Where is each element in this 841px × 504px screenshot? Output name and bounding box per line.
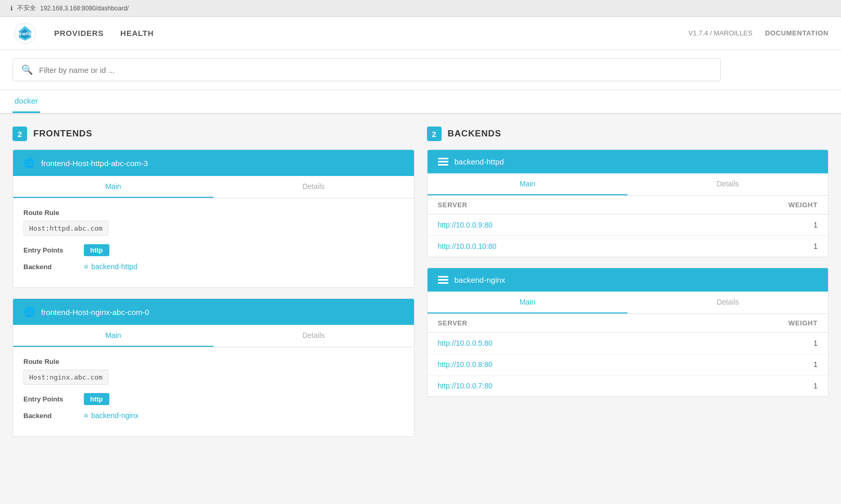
- frontend-card-0-tab-main[interactable]: Main: [13, 176, 214, 198]
- server-icon-0: [438, 158, 448, 166]
- search-icon: 🔍: [21, 64, 33, 75]
- backend-card-1-header: backend-nginx: [428, 268, 829, 292]
- route-rule-label-1: Route Rule: [23, 358, 404, 366]
- server-link-1-0[interactable]: http://10.0.0.5:80: [438, 339, 493, 347]
- frontend-card-1-tab-main[interactable]: Main: [13, 325, 214, 347]
- backend-link-1[interactable]: ≡ backend-nginx: [84, 411, 139, 420]
- search-box: 🔍: [12, 58, 721, 81]
- server-link-0-1[interactable]: http://10.0.0.10:80: [438, 242, 497, 250]
- version-label: V1.7.4 / MAROILLES: [688, 29, 752, 37]
- backends-count-badge: 2: [427, 127, 442, 141]
- search-container: 🔍: [0, 50, 841, 90]
- table-row: http://10.0.0.8:80 1: [428, 354, 829, 375]
- navbar-right: V1.7.4 / MAROILLES DOCUMENTATION: [688, 29, 829, 37]
- backend-card-0-table-header: Server Weight: [428, 196, 829, 215]
- backend-link-text-1: backend-nginx: [91, 411, 139, 420]
- backend-card-0-title: backend-httpd: [455, 157, 504, 166]
- weight-col-label-0: Weight: [788, 201, 818, 209]
- search-input[interactable]: [39, 66, 712, 74]
- frontend-card-0-title: frontend-Host-httpd-abc-com-3: [41, 159, 148, 168]
- backend-link-icon-0: ≡: [84, 262, 88, 271]
- backends-section-header: 2 BACKENDS: [427, 127, 829, 141]
- weight-col-label-1: Weight: [788, 319, 818, 327]
- backend-card-1-table-header: Server Weight: [428, 314, 829, 333]
- navbar-links: PROVIDERS HEALTH: [54, 29, 154, 37]
- traefik-logo-svg: træfik: [14, 22, 36, 45]
- globe-icon-0: 🌐: [23, 157, 35, 169]
- tab-docker[interactable]: docker: [12, 90, 40, 113]
- weight-val-1-2: 1: [813, 382, 818, 390]
- backend-card-0: backend-httpd Main Details Server Weight…: [427, 149, 829, 257]
- entry-points-row-1: Entry Points http: [23, 393, 404, 405]
- security-icon: ℹ: [10, 5, 13, 12]
- frontend-card-0-tab-details[interactable]: Details: [214, 176, 414, 198]
- documentation-link[interactable]: DOCUMENTATION: [765, 29, 829, 37]
- server-icon-1: [438, 276, 448, 284]
- backend-card-0-header: backend-httpd: [428, 150, 829, 173]
- backend-card-1-title: backend-nginx: [455, 275, 506, 284]
- frontend-card-1-header: 🌐 frontend-Host-nginx-abc-com-0: [13, 299, 414, 325]
- table-row: http://10.0.0.7:80 1: [428, 375, 829, 396]
- frontend-card-0-tabs: Main Details: [13, 176, 414, 198]
- main-content: 2 FRONTENDS 🌐 frontend-Host-httpd-abc-co…: [0, 114, 841, 460]
- frontend-card-1-tabs: Main Details: [13, 325, 414, 347]
- backend-card-1: backend-nginx Main Details Server Weight…: [427, 268, 829, 397]
- backend-link-0[interactable]: ≡ backend-httpd: [84, 262, 137, 271]
- server-col-label-0: Server: [438, 201, 468, 209]
- table-row: http://10.0.0.5:80 1: [428, 333, 829, 354]
- weight-val-0-1: 1: [813, 242, 818, 250]
- weight-val-0-0: 1: [813, 221, 818, 229]
- frontend-card-1-tab-details[interactable]: Details: [214, 325, 414, 347]
- entry-points-badge-1: http: [84, 393, 109, 405]
- globe-icon-1: 🌐: [23, 306, 35, 318]
- backend-card-1-tab-details[interactable]: Details: [627, 292, 828, 313]
- logo: træfik: [12, 21, 37, 46]
- backends-title: BACKENDS: [448, 129, 501, 139]
- frontend-card-1-body: Route Rule Host:nginx.abc.com Entry Poin…: [13, 347, 414, 436]
- frontends-count-badge: 2: [12, 127, 27, 141]
- tabs-container: docker: [0, 90, 841, 114]
- route-rule-value-0: Host:httpd.abc.com: [23, 221, 108, 236]
- backend-card-1-servers: http://10.0.0.5:80 1 http://10.0.0.8:80 …: [428, 333, 829, 396]
- server-link-1-2[interactable]: http://10.0.0.7:80: [438, 382, 493, 390]
- frontends-section-header: 2 FRONTENDS: [12, 127, 415, 141]
- route-rule-label-0: Route Rule: [23, 209, 404, 217]
- browser-bar: ℹ 不安全 192.168.3.168:8080/dashboard/: [0, 0, 841, 17]
- backends-column: 2 BACKENDS backend-httpd Main Details Se…: [427, 127, 829, 407]
- nav-health[interactable]: HEALTH: [120, 29, 154, 37]
- frontend-card-0-body: Route Rule Host:httpd.abc.com Entry Poin…: [13, 198, 414, 287]
- backend-card-1-tab-main[interactable]: Main: [428, 292, 628, 313]
- table-row: http://10.0.0.9:80 1: [428, 215, 829, 236]
- entry-points-label-0: Entry Points: [23, 246, 76, 254]
- entry-points-row-0: Entry Points http: [23, 244, 404, 256]
- backend-link-icon-1: ≡: [84, 411, 88, 420]
- browser-url: 192.168.3.168:8080/dashboard/: [40, 5, 129, 12]
- route-rule-value-1: Host:nginx.abc.com: [23, 370, 108, 385]
- backend-card-1-tabs: Main Details: [428, 292, 829, 314]
- frontend-card-1-title: frontend-Host-nginx-abc-com-0: [41, 308, 149, 317]
- backend-card-0-tab-details[interactable]: Details: [627, 173, 828, 195]
- frontend-card-0-header: 🌐 frontend-Host-httpd-abc-com-3: [13, 150, 414, 176]
- entry-points-label-1: Entry Points: [23, 395, 76, 403]
- weight-val-1-0: 1: [813, 339, 818, 347]
- server-col-label-1: Server: [438, 319, 468, 327]
- table-row: http://10.0.0.10:80 1: [428, 236, 829, 257]
- svg-text:træfik: træfik: [18, 31, 32, 36]
- frontend-card-0: 🌐 frontend-Host-httpd-abc-com-3 Main Det…: [12, 149, 415, 288]
- backend-row-0: Backend ≡ backend-httpd: [23, 262, 404, 271]
- backend-field-label-1: Backend: [23, 412, 76, 420]
- security-label: 不安全: [17, 4, 36, 12]
- weight-val-1-1: 1: [813, 360, 818, 369]
- navbar: træfik PROVIDERS HEALTH V1.7.4 / MAROILL…: [0, 17, 841, 50]
- backend-field-label-0: Backend: [23, 263, 76, 271]
- frontends-column: 2 FRONTENDS 🌐 frontend-Host-httpd-abc-co…: [12, 127, 415, 447]
- nav-providers[interactable]: PROVIDERS: [54, 29, 104, 37]
- backend-link-text-0: backend-httpd: [91, 262, 137, 271]
- backend-card-0-tabs: Main Details: [428, 173, 829, 196]
- backend-row-1: Backend ≡ backend-nginx: [23, 411, 404, 420]
- frontends-title: FRONTENDS: [33, 129, 92, 139]
- server-link-0-0[interactable]: http://10.0.0.9:80: [438, 221, 493, 229]
- navbar-left: træfik PROVIDERS HEALTH: [12, 21, 154, 46]
- server-link-1-1[interactable]: http://10.0.0.8:80: [438, 360, 493, 369]
- backend-card-0-tab-main[interactable]: Main: [428, 173, 628, 195]
